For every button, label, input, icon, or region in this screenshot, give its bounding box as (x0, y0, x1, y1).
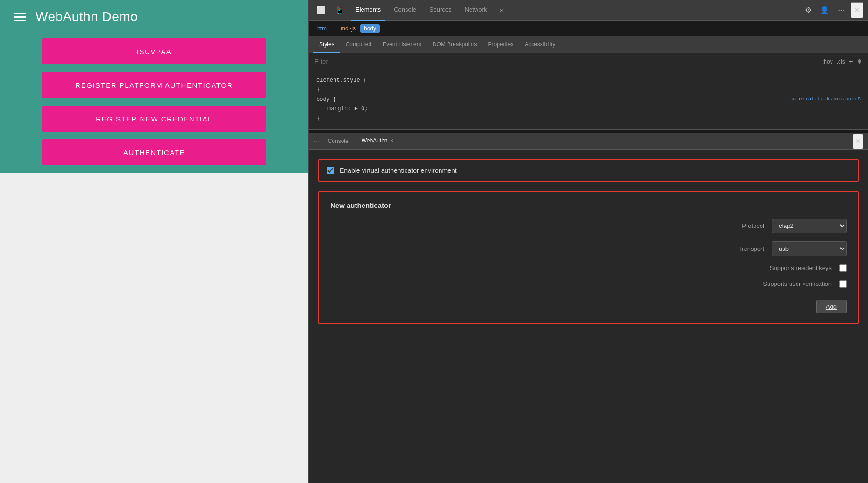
code-line-3: body { material.te…k.min.css:8 (316, 95, 861, 104)
enable-authenticator-checkbox[interactable] (327, 167, 334, 174)
tab-sources[interactable]: Sources (425, 0, 456, 21)
enable-authenticator-row: Enable virtual authenticator environment (318, 159, 859, 182)
register-platform-button[interactable]: REGISTER PLATFORM AUTHENTICATOR (42, 72, 266, 98)
enable-authenticator-label: Enable virtual authenticator environment (340, 167, 457, 174)
transport-row: Transport usb nfc ble internal (330, 242, 847, 256)
tab-more[interactable]: » (495, 5, 508, 15)
add-authenticator-button[interactable]: Add (816, 300, 847, 313)
breadcrumb-mdl[interactable]: mdl-js (338, 24, 358, 33)
add-style-btn[interactable]: + (849, 57, 853, 66)
more-panels-icon[interactable]: ··· (313, 137, 320, 145)
dom-breadcrumb: html . mdl-js body (309, 21, 868, 36)
app-header: WebAuthn Demo ISUVPAA REGISTER PLATFORM … (0, 0, 308, 173)
cls-button[interactable]: .cls (837, 58, 845, 65)
webauthn-tab-close[interactable]: × (391, 137, 394, 144)
breadcrumb-dot: . (331, 24, 338, 33)
filter-bar: :hov .cls + ⇞ (309, 53, 868, 70)
register-credential-button[interactable]: REGISTER NEW CREDENTIAL (42, 106, 266, 132)
breadcrumb-body[interactable]: body (360, 24, 380, 33)
bottom-tab-console[interactable]: Console (322, 133, 354, 149)
tab-elements[interactable]: Elements (351, 0, 385, 21)
styles-tab-computed[interactable]: Computed (340, 36, 377, 53)
header-top: WebAuthn Demo (14, 9, 294, 24)
filter-input[interactable] (314, 58, 822, 65)
webauthn-content: Enable virtual authenticator environment… (309, 150, 868, 483)
bottom-tab-webauthn[interactable]: WebAuthn × (356, 133, 399, 149)
resident-keys-label: Supports resident keys (729, 264, 832, 271)
add-button-row: Add (330, 300, 847, 313)
user-verification-label: Supports user verification (729, 280, 832, 287)
new-authenticator-section: New authenticator Protocol ctap2 u2f Tra… (318, 191, 859, 324)
resident-keys-checkbox[interactable] (839, 264, 847, 272)
more-icon-btn[interactable]: ⋯ (835, 4, 848, 16)
protocol-row: Protocol ctap2 u2f (330, 219, 847, 233)
tab-console[interactable]: Console (389, 0, 421, 21)
cursor-icon-btn[interactable]: ⬜ (313, 4, 328, 16)
device-icon-btn[interactable]: 📱 (332, 4, 347, 16)
code-line-2: } (316, 85, 861, 94)
styles-tab-accessibility[interactable]: Accessibility (519, 36, 561, 53)
filter-controls: :hov .cls + ⇞ (822, 57, 862, 66)
styles-tab-properties[interactable]: Properties (482, 36, 519, 53)
devtools-topbar-right: ⚙ 👤 ⋯ ✕ (802, 2, 863, 18)
user-verification-checkbox[interactable] (839, 280, 847, 288)
app-panel: WebAuthn Demo ISUVPAA REGISTER PLATFORM … (0, 0, 308, 483)
devtools-topbar: ⬜ 📱 Elements Console Sources Network » ⚙… (309, 0, 868, 21)
styles-tab-event-listeners[interactable]: Event Listeners (377, 36, 427, 53)
hov-button[interactable]: :hov (822, 58, 833, 65)
protocol-select[interactable]: ctap2 u2f (772, 219, 847, 233)
resident-keys-row: Supports resident keys (330, 264, 847, 272)
css-link[interactable]: material.te…k.min.css:8 (790, 95, 861, 104)
isuvpaa-button[interactable]: ISUVPAA (42, 38, 266, 64)
webauthn-tab-label: WebAuthn (362, 137, 388, 144)
close-bottom-panel-btn[interactable]: × (853, 134, 863, 149)
profile-icon-btn[interactable]: 👤 (817, 4, 832, 16)
authenticate-button[interactable]: AUTHENTICATE (42, 139, 266, 165)
new-authenticator-title: New authenticator (330, 201, 847, 209)
transport-label: Transport (662, 245, 764, 252)
app-content (0, 173, 308, 483)
hamburger-icon[interactable] (14, 13, 26, 21)
code-area: element.style { } body { material.te…k.m… (309, 70, 868, 129)
protocol-label: Protocol (662, 222, 764, 229)
close-devtools-btn[interactable]: ✕ (851, 2, 863, 18)
breadcrumb-html[interactable]: html (314, 24, 331, 33)
expand-btn[interactable]: ⇞ (857, 58, 862, 65)
styles-tabs-bar: Styles Computed Event Listeners DOM Brea… (309, 36, 868, 53)
code-line-1: element.style { (316, 76, 861, 85)
settings-icon-btn[interactable]: ⚙ (802, 4, 814, 16)
styles-tab-styles[interactable]: Styles (313, 36, 340, 53)
code-line-4: margin: ► 0; (316, 104, 861, 114)
buttons-container: ISUVPAA REGISTER PLATFORM AUTHENTICATOR … (14, 38, 294, 165)
tab-network[interactable]: Network (460, 0, 492, 21)
code-line-5: } (316, 114, 861, 123)
bottom-tabbar: ··· Console WebAuthn × × (309, 133, 868, 150)
devtools-panel: ⬜ 📱 Elements Console Sources Network » ⚙… (308, 0, 868, 483)
app-title: WebAuthn Demo (36, 9, 138, 24)
styles-tab-dom-breakpoints[interactable]: DOM Breakpoints (427, 36, 483, 53)
bottom-tabs-right: × (853, 134, 863, 149)
user-verification-row: Supports user verification (330, 280, 847, 288)
transport-select[interactable]: usb nfc ble internal (772, 242, 847, 256)
